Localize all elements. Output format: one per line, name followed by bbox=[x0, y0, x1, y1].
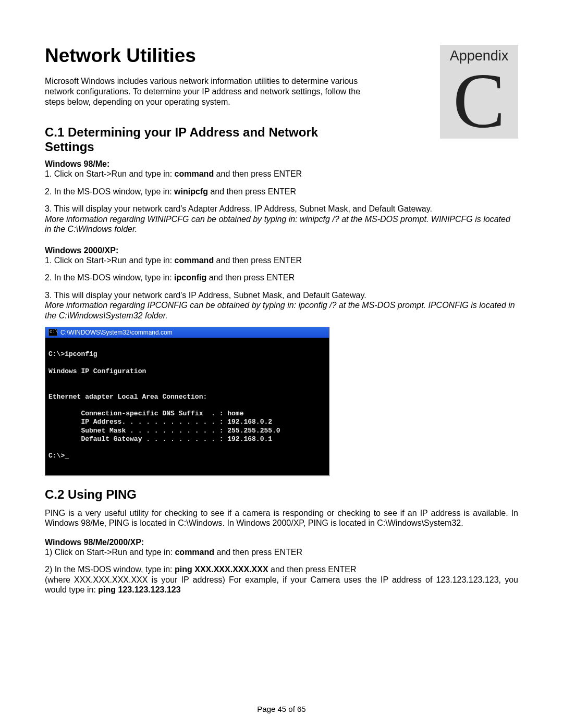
win98-step3: 3. This will display your network card's… bbox=[45, 204, 518, 235]
bold-winipcfg: winipcfg bbox=[174, 187, 208, 196]
text: 2. In the MS-DOS window, type in: bbox=[45, 273, 174, 282]
terminal-body: C:\>ipconfig Windows IP Configuration Et… bbox=[45, 338, 329, 475]
text: 1) Click on Start->Run and type in: bbox=[45, 548, 175, 557]
c2-step1: 1) Click on Start->Run and type in: comm… bbox=[45, 547, 518, 558]
bold-ping-template: ping XXX.XXX.XXX.XXX bbox=[175, 565, 268, 574]
c2-intro: PING is a very useful utility for checki… bbox=[45, 508, 518, 528]
text: 1. Click on Start->Run and type in: bbox=[45, 256, 175, 265]
winxp-step1: 1. Click on Start->Run and type in: comm… bbox=[45, 255, 518, 266]
intro-paragraph: Microsoft Windows includes various netwo… bbox=[45, 76, 363, 107]
text: 3. This will display your network card's… bbox=[45, 204, 432, 213]
winxp-label: Windows 2000/XP: bbox=[45, 246, 518, 255]
text: and then press ENTER bbox=[206, 273, 295, 282]
text: 3. This will display your network card's… bbox=[45, 291, 366, 300]
text: and then press ENTER bbox=[214, 548, 302, 557]
bold-command: command bbox=[175, 169, 214, 178]
page-footer: Page 45 of 65 bbox=[0, 705, 563, 713]
section-c2-heading: C.2 Using PING bbox=[45, 487, 337, 502]
terminal-icon: c:\ bbox=[48, 329, 57, 336]
text: 2) In the MS-DOS window, type in: bbox=[45, 565, 175, 574]
text: 1. Click on Start->Run and type in: bbox=[45, 169, 175, 178]
appendix-badge: Appendix C bbox=[440, 45, 518, 139]
text: 2. In the MS-DOS window, type in: bbox=[45, 187, 174, 196]
terminal-window: c:\ C:\WINDOWS\System32\command.com C:\>… bbox=[45, 327, 329, 476]
win98-step1: 1. Click on Start->Run and type in: comm… bbox=[45, 169, 518, 179]
terminal-titlebar: c:\ C:\WINDOWS\System32\command.com bbox=[45, 327, 329, 338]
bold-command: command bbox=[175, 548, 214, 557]
text: and then press ENTER bbox=[208, 187, 296, 196]
winxp-more-info: More information regarding IPCONFIG can … bbox=[45, 301, 515, 320]
win98-step2: 2. In the MS-DOS window, type in: winipc… bbox=[45, 187, 518, 197]
bold-ping-example: ping 123.123.123.123 bbox=[98, 585, 180, 594]
win98-more-info: More information regarding WINIPCFG can … bbox=[45, 215, 510, 234]
winxp-step3: 3. This will display your network card's… bbox=[45, 290, 518, 321]
c2-step2: 2) In the MS-DOS window, type in: ping X… bbox=[45, 564, 518, 575]
bold-command: command bbox=[175, 256, 214, 265]
text: and then press ENTER bbox=[268, 565, 357, 574]
text: and then press ENTER bbox=[214, 256, 302, 265]
bold-ipconfig: ipconfig bbox=[174, 273, 206, 282]
winxp-step2: 2. In the MS-DOS window, type in: ipconf… bbox=[45, 273, 518, 283]
header-row: Appendix C Network Utilities Microsoft W… bbox=[45, 45, 518, 107]
text: and then press ENTER bbox=[214, 169, 302, 178]
c2-label: Windows 98/Me/2000/XP: bbox=[45, 538, 518, 547]
win98-label: Windows 98/Me: bbox=[45, 159, 518, 169]
c2-step3: (where XXX.XXX.XXX.XXX is your IP addres… bbox=[45, 575, 518, 595]
appendix-letter: C bbox=[440, 61, 518, 140]
terminal-title-text: C:\WINDOWS\System32\command.com bbox=[60, 329, 173, 336]
section-c1-heading: C.1 Determining your IP Address and Netw… bbox=[45, 125, 337, 154]
document-page: Appendix C Network Utilities Microsoft W… bbox=[0, 0, 563, 728]
